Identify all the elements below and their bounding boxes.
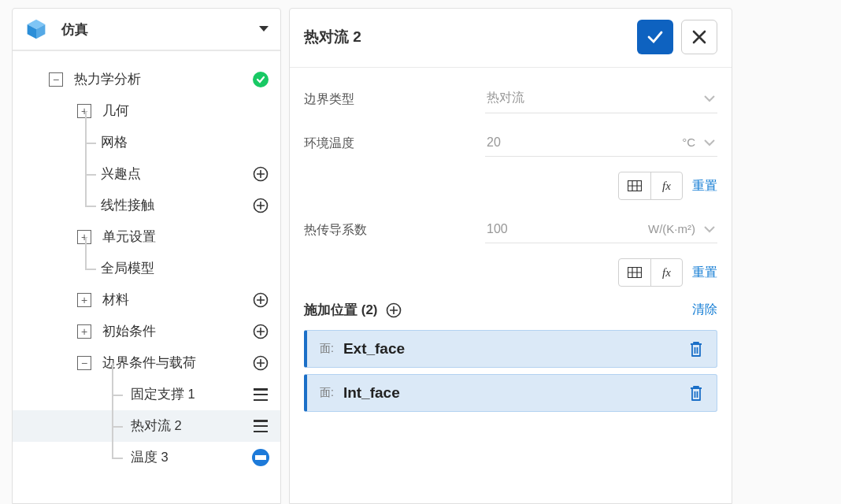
tree-label: 网格	[101, 134, 280, 151]
input-mode-toggle: fx	[618, 172, 683, 200]
field-label: 环境温度	[304, 135, 485, 152]
reset-link[interactable]: 重置	[692, 265, 717, 281]
tree-item-convection[interactable]: 热对流 2	[13, 410, 280, 442]
face-name: Ext_face	[343, 340, 688, 358]
unit-label: °C	[682, 135, 695, 149]
input-mode-toggle: fx	[618, 258, 683, 287]
add-button[interactable]	[252, 165, 269, 183]
tree-label: 几何	[102, 102, 280, 120]
assignment-item[interactable]: 面: Int_face	[304, 374, 717, 412]
tree-item-temperature[interactable]: 温度 3	[13, 442, 280, 473]
delete-button[interactable]	[688, 340, 704, 358]
assign-count: (2)	[361, 302, 378, 317]
field-label: 边界类型	[304, 91, 485, 108]
tree-item-poi[interactable]: 兴趣点	[13, 158, 280, 190]
chevron-down-icon	[703, 138, 716, 147]
field-boundary-type: 边界类型 热对流	[304, 83, 717, 115]
coeff-extras: fx 重置	[304, 258, 717, 287]
face-name: Int_face	[343, 384, 688, 402]
expand-icon[interactable]: +	[77, 230, 91, 244]
caret-down-icon[interactable]	[258, 25, 269, 33]
clear-all-link[interactable]: 清除	[692, 302, 717, 318]
tree-item-contact[interactable]: 线性接触	[13, 190, 280, 221]
ambient-temp-input[interactable]: 20 °C	[485, 131, 717, 157]
sidebar-header[interactable]: 仿真	[13, 9, 280, 51]
simulation-cube-icon	[25, 18, 47, 40]
unit-label: W/(K·m²)	[648, 222, 695, 235]
options-active-icon[interactable]	[252, 449, 269, 466]
panel-body: 边界类型 热对流 环境温度 20 °C fx 重置	[290, 68, 732, 418]
simulation-tree: − 热力学分析 + 几何 网格 兴趣点	[13, 51, 280, 473]
face-prefix: 面:	[320, 386, 334, 400]
field-ambient-temp: 环境温度 20 °C	[304, 128, 717, 159]
options-icon[interactable]	[252, 417, 269, 435]
ambient-extras: fx 重置	[304, 172, 717, 200]
add-assignment-button[interactable]	[386, 302, 402, 318]
coefficient-input[interactable]: 100 W/(K·m²)	[485, 217, 717, 243]
assignment-title: 施加位置 (2)	[304, 301, 378, 319]
table-mode-button[interactable]	[619, 259, 650, 286]
input-value: 20	[487, 135, 682, 150]
assign-title-text: 施加位置	[304, 302, 358, 317]
input-value: 100	[487, 222, 648, 236]
tree-label: 热力学分析	[74, 71, 280, 88]
field-label: 热传导系数	[304, 222, 485, 239]
sidebar-title: 仿真	[61, 20, 88, 39]
collapse-icon[interactable]: −	[49, 72, 63, 87]
chevron-down-icon	[703, 224, 716, 234]
panel-title: 热对流 2	[304, 27, 629, 47]
add-button[interactable]	[252, 197, 269, 214]
add-button[interactable]	[252, 323, 269, 340]
tree-label: 单元设置	[102, 228, 280, 246]
tree-label: 全局模型	[101, 260, 280, 277]
boundary-type-select[interactable]: 热对流	[485, 85, 717, 113]
panel-header: 热对流 2	[290, 9, 732, 68]
tree-item-analysis[interactable]: − 热力学分析	[13, 64, 280, 95]
collapse-icon[interactable]: −	[77, 356, 91, 370]
face-prefix: 面:	[320, 342, 334, 356]
tree-item-geometry[interactable]: + 几何	[13, 95, 280, 127]
close-button[interactable]	[681, 20, 717, 54]
chevron-down-icon	[703, 94, 716, 103]
tree-item-fixed-support[interactable]: 固定支撑 1	[13, 379, 280, 410]
expand-icon[interactable]: +	[77, 324, 91, 339]
field-heat-coefficient: 热传导系数 100 W/(K·m²)	[304, 214, 717, 246]
tree-item-initial-conditions[interactable]: + 初始条件	[13, 316, 280, 347]
add-button[interactable]	[252, 354, 269, 372]
function-mode-button[interactable]: fx	[650, 259, 682, 286]
confirm-button[interactable]	[637, 20, 673, 54]
tree-item-global-model[interactable]: 全局模型	[13, 253, 280, 284]
tree-item-material[interactable]: + 材料	[13, 284, 280, 316]
function-mode-button[interactable]: fx	[650, 172, 682, 199]
assignment-header: 施加位置 (2) 清除	[304, 301, 717, 319]
delete-button[interactable]	[688, 384, 704, 402]
properties-panel: 热对流 2 边界类型 热对流 环境温度 20 °C	[289, 8, 732, 504]
reset-link[interactable]: 重置	[692, 178, 717, 195]
expand-icon[interactable]: +	[77, 104, 91, 118]
add-button[interactable]	[252, 291, 269, 309]
table-mode-button[interactable]	[619, 172, 650, 199]
tree-item-mesh[interactable]: 网格	[13, 127, 280, 158]
tree-item-boundary-conditions[interactable]: − 边界条件与载荷	[13, 347, 280, 379]
select-value: 热对流	[487, 90, 703, 106]
simulation-tree-sidebar: 仿真 − 热力学分析 + 几何 网格 兴	[12, 8, 281, 504]
expand-icon[interactable]: +	[77, 293, 91, 307]
tree-item-element-settings[interactable]: + 单元设置	[13, 221, 280, 253]
options-icon[interactable]	[252, 386, 269, 403]
assignment-item[interactable]: 面: Ext_face	[304, 330, 717, 368]
status-check-icon	[252, 71, 269, 88]
